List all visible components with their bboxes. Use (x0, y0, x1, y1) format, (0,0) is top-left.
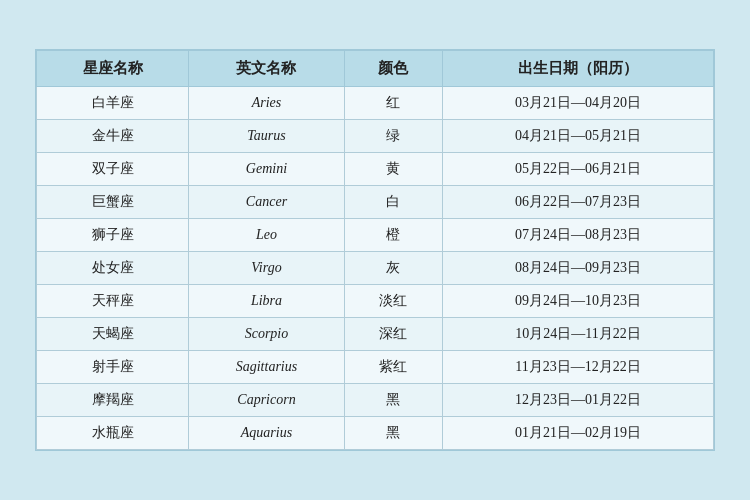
table-row: 天蝎座Scorpio深红10月24日—11月22日 (37, 318, 714, 351)
cell-0-3: 03月21日—04月20日 (443, 87, 714, 120)
cell-6-2: 淡红 (344, 285, 443, 318)
cell-2-2: 黄 (344, 153, 443, 186)
table-row: 巨蟹座Cancer白06月22日—07月23日 (37, 186, 714, 219)
cell-3-3: 06月22日—07月23日 (443, 186, 714, 219)
cell-3-0: 巨蟹座 (37, 186, 189, 219)
table-row: 狮子座Leo橙07月24日—08月23日 (37, 219, 714, 252)
zodiac-table-container: 星座名称英文名称颜色出生日期（阳历） 白羊座Aries红03月21日—04月20… (35, 49, 715, 451)
cell-5-3: 08月24日—09月23日 (443, 252, 714, 285)
cell-0-1: Aries (189, 87, 344, 120)
cell-5-0: 处女座 (37, 252, 189, 285)
cell-4-0: 狮子座 (37, 219, 189, 252)
cell-6-0: 天秤座 (37, 285, 189, 318)
cell-3-1: Cancer (189, 186, 344, 219)
cell-0-2: 红 (344, 87, 443, 120)
cell-1-1: Taurus (189, 120, 344, 153)
header-col-2: 颜色 (344, 51, 443, 87)
cell-7-0: 天蝎座 (37, 318, 189, 351)
cell-7-2: 深红 (344, 318, 443, 351)
cell-8-1: Sagittarius (189, 351, 344, 384)
cell-9-1: Capricorn (189, 384, 344, 417)
table-row: 金牛座Taurus绿04月21日—05月21日 (37, 120, 714, 153)
header-col-1: 英文名称 (189, 51, 344, 87)
cell-10-1: Aquarius (189, 417, 344, 450)
cell-3-2: 白 (344, 186, 443, 219)
table-row: 白羊座Aries红03月21日—04月20日 (37, 87, 714, 120)
cell-9-3: 12月23日—01月22日 (443, 384, 714, 417)
cell-5-2: 灰 (344, 252, 443, 285)
header-col-3: 出生日期（阳历） (443, 51, 714, 87)
cell-9-0: 摩羯座 (37, 384, 189, 417)
cell-6-1: Libra (189, 285, 344, 318)
cell-7-1: Scorpio (189, 318, 344, 351)
header-col-0: 星座名称 (37, 51, 189, 87)
cell-5-1: Virgo (189, 252, 344, 285)
cell-2-0: 双子座 (37, 153, 189, 186)
cell-10-3: 01月21日—02月19日 (443, 417, 714, 450)
cell-1-2: 绿 (344, 120, 443, 153)
cell-1-0: 金牛座 (37, 120, 189, 153)
table-row: 摩羯座Capricorn黑12月23日—01月22日 (37, 384, 714, 417)
cell-0-0: 白羊座 (37, 87, 189, 120)
cell-2-1: Gemini (189, 153, 344, 186)
cell-2-3: 05月22日—06月21日 (443, 153, 714, 186)
cell-4-1: Leo (189, 219, 344, 252)
cell-10-0: 水瓶座 (37, 417, 189, 450)
table-row: 射手座Sagittarius紫红11月23日—12月22日 (37, 351, 714, 384)
cell-8-2: 紫红 (344, 351, 443, 384)
cell-6-3: 09月24日—10月23日 (443, 285, 714, 318)
cell-9-2: 黑 (344, 384, 443, 417)
zodiac-table: 星座名称英文名称颜色出生日期（阳历） 白羊座Aries红03月21日—04月20… (36, 50, 714, 450)
table-row: 天秤座Libra淡红09月24日—10月23日 (37, 285, 714, 318)
table-row: 双子座Gemini黄05月22日—06月21日 (37, 153, 714, 186)
cell-1-3: 04月21日—05月21日 (443, 120, 714, 153)
table-header-row: 星座名称英文名称颜色出生日期（阳历） (37, 51, 714, 87)
cell-4-3: 07月24日—08月23日 (443, 219, 714, 252)
cell-8-3: 11月23日—12月22日 (443, 351, 714, 384)
cell-10-2: 黑 (344, 417, 443, 450)
table-row: 处女座Virgo灰08月24日—09月23日 (37, 252, 714, 285)
cell-7-3: 10月24日—11月22日 (443, 318, 714, 351)
cell-8-0: 射手座 (37, 351, 189, 384)
cell-4-2: 橙 (344, 219, 443, 252)
table-row: 水瓶座Aquarius黑01月21日—02月19日 (37, 417, 714, 450)
